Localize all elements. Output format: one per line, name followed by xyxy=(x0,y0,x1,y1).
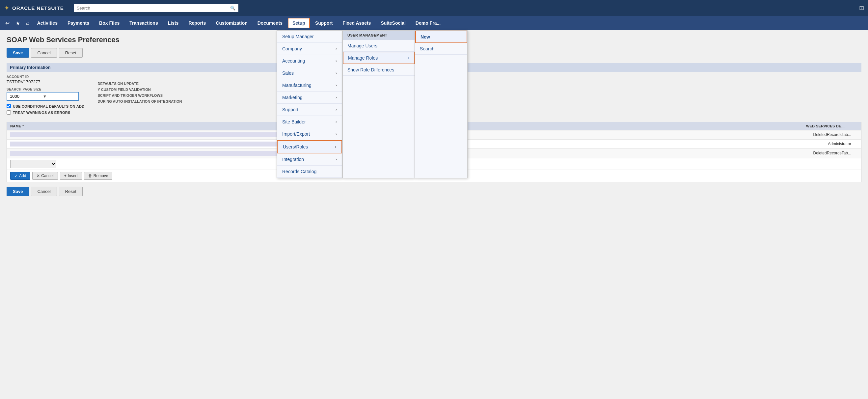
user-management-header: USER MANAGEMENT xyxy=(343,31,414,40)
users-roles-item[interactable]: Users/Roles › xyxy=(277,140,342,153)
company-item[interactable]: Company › xyxy=(277,43,342,55)
accounting-chevron-icon: › xyxy=(336,59,337,63)
new-role-label: New xyxy=(421,34,430,39)
setup-manager-item[interactable]: Setup Manager xyxy=(277,31,342,43)
support-item[interactable]: Support › xyxy=(277,104,342,116)
sales-label: Sales xyxy=(282,70,294,76)
search-role-item[interactable]: Search xyxy=(415,43,467,55)
accounting-item[interactable]: Accounting › xyxy=(277,55,342,67)
manage-roles-item[interactable]: Manage Roles › xyxy=(343,52,414,64)
site-builder-item[interactable]: Site Builder › xyxy=(277,116,342,128)
marketing-label: Marketing xyxy=(282,95,302,100)
integration-chevron-icon: › xyxy=(336,157,337,162)
manage-roles-label: Manage Roles xyxy=(348,55,378,61)
manage-users-item[interactable]: Manage Users xyxy=(343,40,414,52)
manage-roles-chevron-icon: › xyxy=(408,55,409,61)
records-catalog-item[interactable]: Records Catalog xyxy=(277,165,342,178)
manufacturing-label: Manufacturing xyxy=(282,83,311,88)
integration-item[interactable]: Integration › xyxy=(277,153,342,165)
show-role-differences-label: Show Role Differences xyxy=(347,67,394,72)
company-label: Company xyxy=(282,46,302,51)
manage-users-label: Manage Users xyxy=(347,43,377,49)
support-label: Support xyxy=(282,107,298,112)
integration-label: Integration xyxy=(282,157,304,162)
show-role-differences-item[interactable]: Show Role Differences xyxy=(343,64,414,76)
sales-item[interactable]: Sales › xyxy=(277,67,342,79)
site-builder-chevron-icon: › xyxy=(336,120,337,124)
users-roles-chevron-icon: › xyxy=(335,145,336,149)
accounting-label: Accounting xyxy=(282,58,305,64)
support-chevron-icon: › xyxy=(336,107,337,112)
marketing-item[interactable]: Marketing › xyxy=(277,92,342,104)
manage-roles-submenu: New Search xyxy=(415,30,468,178)
company-chevron-icon: › xyxy=(336,47,337,51)
manufacturing-chevron-icon: › xyxy=(336,83,337,88)
manufacturing-item[interactable]: Manufacturing › xyxy=(277,79,342,92)
import-export-item[interactable]: Import/Export › xyxy=(277,128,342,140)
records-catalog-label: Records Catalog xyxy=(282,169,316,174)
new-role-item[interactable]: New xyxy=(415,31,467,43)
marketing-chevron-icon: › xyxy=(336,95,337,100)
import-export-label: Import/Export xyxy=(282,131,310,136)
dropdown-overlay: Setup Manager Company › Accounting › Sal… xyxy=(277,30,468,178)
site-builder-label: Site Builder xyxy=(282,119,306,124)
users-roles-submenu: USER MANAGEMENT Manage Users Manage Role… xyxy=(342,30,415,178)
users-roles-label: Users/Roles xyxy=(283,144,308,150)
setup-menu: Setup Manager Company › Accounting › Sal… xyxy=(277,30,342,178)
import-export-chevron-icon: › xyxy=(336,132,337,136)
search-role-label: Search xyxy=(420,46,434,51)
sales-chevron-icon: › xyxy=(336,71,337,75)
